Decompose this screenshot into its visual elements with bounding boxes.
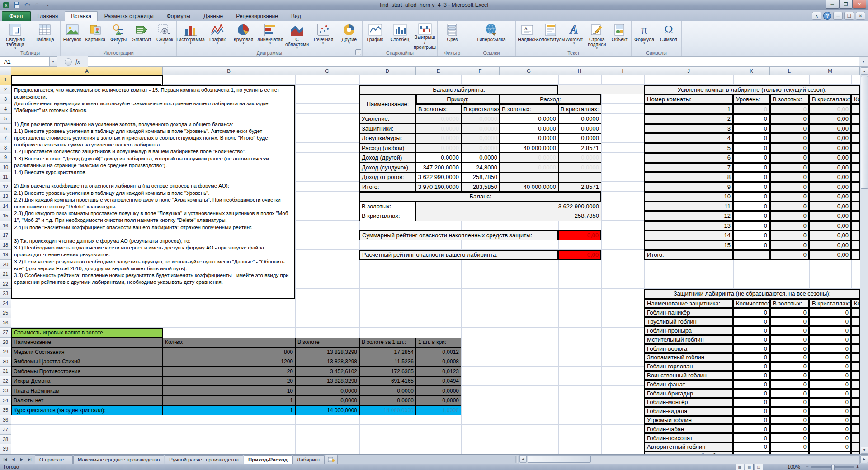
ribbon-tab-данные[interactable]: Данные — [197, 11, 229, 21]
defender-qty[interactable]: 0 — [733, 317, 770, 326]
currency-value[interactable]: 10 — [163, 386, 295, 396]
collapse-ribbon-icon[interactable]: ∧ — [812, 12, 821, 20]
room-level[interactable]: 0 — [733, 153, 770, 163]
page-layout-view-icon[interactable]: ▤ — [745, 464, 754, 470]
clipart-button[interactable]: Картинка — [84, 22, 107, 50]
line-chart-button[interactable]: График▾ — [204, 22, 231, 50]
insert-function-icon[interactable]: fx — [75, 58, 80, 66]
first-sheet-icon[interactable]: |◀ — [1, 456, 9, 463]
row-header-36[interactable]: 36 — [0, 415, 11, 425]
sparkline-winloss-button[interactable]: Выигрыш / проигрыш — [412, 22, 437, 50]
defender-qty[interactable]: 0 — [733, 389, 770, 398]
bar-chart-button[interactable]: Линейчатая▾ — [256, 22, 284, 50]
excel-logo-icon[interactable]: X — [2, 1, 11, 9]
defender-qty[interactable]: 0 — [733, 442, 770, 451]
defender-qty[interactable]: 0 — [733, 424, 770, 433]
balance-expense-gold[interactable]: 40 000,0000 — [500, 143, 558, 153]
currency-value[interactable]: 1200 — [163, 357, 295, 367]
scroll-up-icon[interactable]: ▲ — [861, 67, 868, 75]
row-header-15[interactable]: 15 — [0, 211, 11, 221]
slicer-button[interactable]: Срез — [439, 22, 466, 50]
insert-worksheet-tab[interactable] — [325, 455, 338, 465]
row-header-38[interactable]: 38 — [0, 435, 11, 445]
formula-input[interactable] — [88, 56, 859, 67]
horizontal-scroll-thumb[interactable] — [528, 456, 591, 463]
room-level[interactable]: 0 — [733, 124, 770, 134]
column-header-I[interactable]: I — [601, 67, 644, 75]
defender-qty[interactable]: 0 — [733, 407, 770, 416]
row-header-17[interactable]: 17 — [0, 230, 11, 240]
balance-expense-gold[interactable]: 0,0000 — [500, 124, 558, 134]
balance-income-crystal[interactable]: 283,5850 — [461, 182, 500, 192]
defender-qty[interactable]: 0 — [733, 416, 770, 425]
ribbon-tab-файл[interactable]: Файл — [2, 11, 31, 21]
sheet-tab-максим-ое-среднее-производство[interactable]: Максим-ое среднее производство — [73, 455, 164, 465]
row-header-18[interactable]: 18 — [0, 240, 11, 250]
zoom-out-icon[interactable]: − — [806, 464, 808, 470]
dialog-launcher-icon[interactable]: ⌟ — [355, 49, 361, 55]
row-header-21[interactable]: 21 — [0, 269, 11, 279]
row-header-1[interactable]: 1 — [0, 75, 11, 85]
zoom-in-icon[interactable]: + — [856, 464, 859, 470]
header-footer-button[interactable]: Колонтитулы — [539, 22, 563, 50]
sheet-tab-лабиринт[interactable]: Лабиринт — [292, 455, 325, 465]
row-header-39[interactable]: 39 — [0, 444, 11, 454]
row-header-23[interactable]: 23 — [0, 289, 11, 299]
picture-button[interactable]: Рисунок — [61, 22, 84, 50]
balance-income-crystal[interactable]: 258,7850 — [461, 172, 500, 182]
column-header-J[interactable]: J — [644, 67, 733, 75]
hyperlink-button[interactable]: Гиперссылка — [469, 22, 514, 50]
vertical-scrollbar[interactable]: ▲ ▼ — [860, 67, 868, 454]
scroll-down-icon[interactable]: ▼ — [861, 446, 868, 454]
room-level[interactable]: 0 — [733, 192, 770, 202]
currency-value[interactable]: 800 — [163, 347, 295, 357]
row-header-14[interactable]: 14 — [0, 202, 11, 212]
row-header-33[interactable]: 33 — [0, 386, 11, 396]
scroll-right-icon[interactable]: ▶ — [860, 455, 868, 463]
minimize-button[interactable]: ─ — [826, 0, 839, 9]
select-all-corner[interactable] — [0, 67, 11, 75]
row-header-22[interactable]: 22 — [0, 279, 11, 289]
currency-value[interactable]: 20 — [163, 367, 295, 376]
currency-value[interactable]: 1 — [163, 396, 295, 406]
balance-income-gold[interactable]: 0,0000 — [416, 153, 461, 163]
row-header-28[interactable]: 28 — [0, 338, 11, 348]
balance-income-gold[interactable]: 3 622 990,0000 — [416, 172, 461, 182]
room-level[interactable]: 0 — [733, 230, 770, 240]
balance-expense-gold[interactable]: 0,0000 — [500, 133, 558, 143]
column-chart-button[interactable]: Гистограмма▾ — [177, 22, 204, 50]
row-header-34[interactable]: 34 — [0, 396, 11, 406]
row-header-7[interactable]: 7 — [0, 133, 11, 143]
row-header-20[interactable]: 20 — [0, 260, 11, 270]
row-header-19[interactable]: 19 — [0, 250, 11, 260]
defender-qty[interactable]: 0 — [733, 398, 770, 407]
scatter-chart-button[interactable]: Точечная▾ — [310, 22, 336, 50]
zoom-level[interactable]: 100% — [788, 464, 800, 470]
sheet-tab-о-проекте-[interactable]: О проекте... — [35, 455, 73, 465]
ribbon-tab-формулы[interactable]: Формулы — [160, 11, 197, 21]
row-header-13[interactable]: 13 — [0, 192, 11, 202]
scroll-left-icon[interactable]: ◀ — [519, 456, 527, 463]
table-button[interactable]: Таблица — [30, 22, 60, 50]
room-level[interactable]: 0 — [733, 211, 770, 221]
room-level[interactable]: 0 — [733, 172, 770, 182]
row-header-5[interactable]: 5 — [0, 114, 11, 124]
prev-sheet-icon[interactable]: ◀ — [9, 456, 17, 463]
defender-qty[interactable]: 0 — [733, 433, 770, 442]
equation-button[interactable]: πФормула▾ — [632, 22, 656, 50]
row-header-3[interactable]: 3 — [0, 94, 11, 104]
text-box-button[interactable]: AНадпись — [516, 22, 539, 50]
row-header-11[interactable]: 11 — [0, 172, 11, 182]
balance-expense-crystal[interactable]: 0,0000 — [558, 133, 601, 143]
defender-qty[interactable]: 0 — [733, 362, 770, 371]
row-header-9[interactable]: 9 — [0, 153, 11, 163]
balance-income-crystal[interactable]: 24,8000 — [461, 163, 500, 173]
defender-qty[interactable]: 0 — [733, 371, 770, 380]
balance-expense-crystal[interactable]: 2,8571 — [558, 143, 601, 153]
row-header-8[interactable]: 8 — [0, 143, 11, 153]
defender-qty[interactable]: 0 — [733, 326, 770, 335]
page-break-view-icon[interactable]: ◫ — [755, 464, 763, 470]
column-header-partial[interactable] — [851, 67, 860, 75]
column-header-K[interactable]: K — [733, 67, 770, 75]
save-icon[interactable] — [12, 1, 21, 9]
